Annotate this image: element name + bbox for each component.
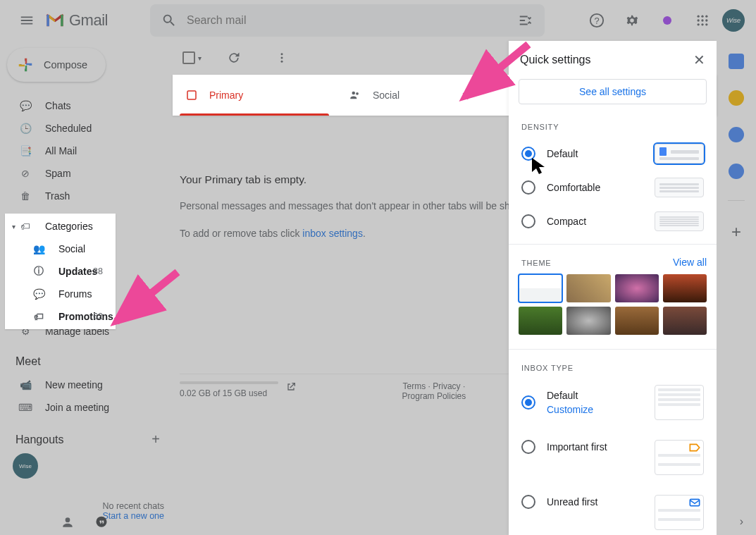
select-all-checkbox[interactable]: ▾ <box>182 51 202 64</box>
chat-icon: 💬 <box>18 100 32 111</box>
radio-icon <box>521 180 535 195</box>
footer-links: Terms · Privacy · Program Policies <box>402 381 466 401</box>
svg-rect-21 <box>690 499 699 505</box>
support-icon[interactable]: ? <box>588 12 605 29</box>
sidebar-item-categories[interactable]: ▾🏷Categories <box>5 215 116 238</box>
svg-point-18 <box>352 92 356 95</box>
svg-point-13 <box>281 53 283 55</box>
theme-swatch[interactable] <box>663 274 707 302</box>
gmail-logo[interactable]: Gmail <box>45 11 108 30</box>
compose-button[interactable]: Compose <box>7 48 106 82</box>
theme-swatch[interactable] <box>519 307 562 335</box>
more-icon[interactable] <box>273 49 290 66</box>
svg-point-10 <box>701 23 703 25</box>
sidebar-item-trash[interactable]: 🗑Trash <box>0 185 166 207</box>
density-comfortable[interactable]: Comfortable <box>519 171 707 204</box>
sidebar-item-new-meeting[interactable]: 📹New meeting <box>0 374 166 396</box>
sidebar-item-scheduled[interactable]: 🕒Scheduled <box>0 117 166 140</box>
info-icon: ⓘ <box>32 265 46 278</box>
keep-app-icon[interactable] <box>729 90 744 106</box>
density-default[interactable]: Default <box>519 137 707 171</box>
tab-primary[interactable]: Primary <box>173 75 336 116</box>
hangouts-bubble-icon[interactable] <box>94 515 109 529</box>
svg-point-6 <box>698 19 700 21</box>
spam-icon: ⊘ <box>18 168 32 179</box>
category-promotions[interactable]: 🏷Promotions62 <box>5 305 116 328</box>
svg-text:?: ? <box>594 16 599 26</box>
see-all-settings-button[interactable]: See all settings <box>519 79 707 104</box>
tab-social[interactable]: Social <box>336 75 500 116</box>
category-forums[interactable]: 💬Forums <box>5 283 116 305</box>
theme-swatch[interactable] <box>615 307 659 335</box>
status-icon[interactable] <box>659 12 676 29</box>
radio-icon <box>521 214 535 228</box>
svg-point-19 <box>356 92 359 95</box>
customize-link[interactable]: Customize <box>547 404 643 415</box>
people-icon: 👥 <box>32 243 46 254</box>
quick-settings-title: Quick settings <box>520 54 590 66</box>
side-panel: + › <box>717 41 756 535</box>
tag-icon: 🏷 <box>18 221 32 232</box>
inbox-settings-link[interactable]: inbox settings <box>302 228 363 239</box>
categories-expanded: ▾🏷Categories 👥Social ⓘUpdates38 💬Forums … <box>5 214 116 329</box>
tag-icon: 🏷 <box>32 311 46 322</box>
inbox-type-unread[interactable]: Unread first <box>519 482 707 535</box>
search-input[interactable] <box>187 14 518 27</box>
sidebar-item-spam[interactable]: ⊘Spam <box>0 162 166 185</box>
inbox-type-important[interactable]: Important first <box>519 427 707 482</box>
hangouts-avatar-row[interactable]: Wise <box>0 453 173 479</box>
calendar-app-icon[interactable] <box>729 54 744 69</box>
theme-view-all-link[interactable]: View all <box>673 257 707 268</box>
theme-swatches <box>519 273 707 343</box>
person-icon[interactable] <box>61 515 75 529</box>
tasks-app-icon[interactable] <box>729 127 744 142</box>
svg-point-5 <box>705 16 707 18</box>
settings-icon[interactable] <box>624 12 640 29</box>
clock-icon: 🕒 <box>18 123 32 134</box>
radio-icon <box>521 495 535 509</box>
theme-swatch[interactable] <box>663 307 707 335</box>
account-avatar[interactable]: Wise <box>722 9 745 32</box>
close-icon[interactable]: ✕ <box>693 51 705 68</box>
search-icon <box>161 13 177 28</box>
radio-icon <box>521 147 535 161</box>
people-icon <box>349 89 361 102</box>
forum-icon: 💬 <box>32 288 46 300</box>
inbox-type-default[interactable]: Default Customize <box>519 378 707 427</box>
svg-rect-17 <box>187 91 196 99</box>
sidebar-item-allmail[interactable]: 📑All Mail <box>0 140 166 162</box>
main-menu-icon[interactable] <box>18 12 35 29</box>
refresh-icon[interactable] <box>225 49 242 66</box>
radio-icon <box>521 395 535 410</box>
sidebar-item-chats[interactable]: 💬Chats <box>0 94 166 117</box>
open-external-icon[interactable] <box>285 381 297 393</box>
apps-icon[interactable] <box>694 12 711 29</box>
hangouts-avatar: Wise <box>13 453 38 479</box>
bottom-tabs <box>0 510 169 535</box>
category-updates[interactable]: ⓘUpdates38 <box>5 260 116 283</box>
category-social[interactable]: 👥Social <box>5 238 116 260</box>
search-options-icon[interactable] <box>518 13 533 28</box>
density-compact[interactable]: Compact <box>519 204 707 238</box>
contacts-app-icon[interactable] <box>729 164 744 179</box>
hangouts-section-title: Hangouts+ <box>0 419 173 453</box>
add-app-icon[interactable]: + <box>731 222 741 242</box>
add-icon[interactable]: + <box>151 431 160 448</box>
svg-point-15 <box>281 61 283 63</box>
compose-label: Compose <box>44 59 87 70</box>
sidebar-item-join-meeting[interactable]: ⌨Join a meeting <box>0 396 166 419</box>
theme-swatch[interactable] <box>615 274 659 302</box>
keyboard-icon: ⌨ <box>18 402 32 413</box>
svg-point-2 <box>663 16 671 25</box>
inbox-type-section-title: INBOX TYPE <box>519 355 707 378</box>
quick-settings-panel: Quick settings ✕ See all settings DENSIT… <box>509 41 717 535</box>
stack-icon: 📑 <box>18 145 32 156</box>
chevron-right-icon[interactable]: › <box>740 515 743 528</box>
search-bar[interactable] <box>150 4 545 37</box>
theme-swatch[interactable] <box>566 274 610 302</box>
svg-point-3 <box>698 16 700 18</box>
theme-swatch[interactable] <box>566 307 610 335</box>
storage-text: 0.02 GB of 15 GB used <box>180 388 267 398</box>
theme-section-title: THEME <box>519 250 554 273</box>
theme-swatch[interactable] <box>519 274 562 302</box>
